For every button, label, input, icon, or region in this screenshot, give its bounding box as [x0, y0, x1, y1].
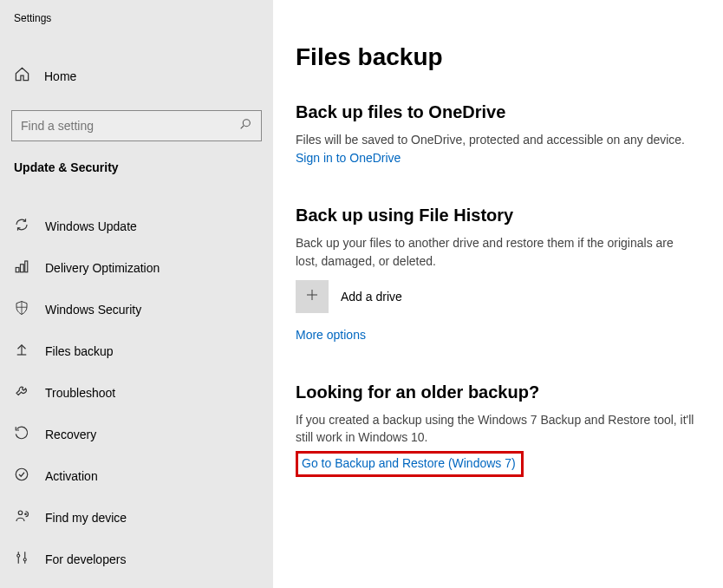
nav-troubleshoot[interactable]: Troubleshoot	[0, 372, 273, 414]
nav-item-label: Delivery Optimization	[45, 261, 160, 275]
home-icon	[14, 66, 30, 86]
page-title: Files backup	[296, 43, 695, 71]
main-content: Files backup Back up files to OneDrive F…	[273, 0, 723, 588]
svg-line-1	[241, 126, 244, 128]
home-label: Home	[44, 69, 76, 83]
add-drive-label: Add a drive	[341, 290, 402, 304]
nav-item-label: Windows Security	[45, 303, 141, 317]
section-title-file-history: Back up using File History	[296, 206, 695, 225]
section-older-backup: Looking for an older backup? If you crea…	[296, 382, 695, 478]
svg-rect-3	[21, 265, 24, 272]
nav-delivery-optimization[interactable]: Delivery Optimization	[0, 247, 273, 289]
section-title-onedrive: Back up files to OneDrive	[296, 102, 695, 122]
nav-item-label: Find my device	[45, 511, 127, 525]
nav-windows-insider[interactable]: Windows Insider Program	[0, 580, 273, 588]
backup-restore-win7-link[interactable]: Go to Backup and Restore (Windows 7)	[302, 456, 516, 470]
nav-item-label: Files backup	[45, 344, 114, 358]
svg-point-13	[23, 559, 26, 561]
svg-point-11	[17, 554, 20, 557]
home-button[interactable]: Home	[0, 56, 273, 96]
recovery-icon	[14, 425, 29, 444]
nav-item-label: Troubleshoot	[45, 386, 115, 400]
svg-rect-4	[25, 261, 28, 272]
add-drive-button[interactable]: Add a drive	[296, 280, 695, 313]
search-input[interactable]	[21, 119, 238, 133]
sidebar: Settings Home Update & Security Windows …	[0, 0, 273, 588]
category-title: Update & Security	[0, 160, 273, 174]
check-circle-icon	[14, 467, 29, 486]
nav-activation[interactable]: Activation	[0, 455, 273, 497]
more-options-link[interactable]: More options	[296, 328, 366, 342]
nav-recovery[interactable]: Recovery	[0, 414, 273, 455]
section-onedrive: Back up files to OneDrive Files will be …	[296, 102, 695, 166]
nav-item-label: Activation	[45, 469, 98, 483]
section-title-older-backup: Looking for an older backup?	[296, 382, 695, 402]
nav-windows-update[interactable]: Windows Update	[0, 206, 273, 247]
svg-point-7	[16, 468, 28, 480]
nav-find-my-device[interactable]: Find my device	[0, 497, 273, 539]
sign-in-onedrive-link[interactable]: Sign in to OneDrive	[296, 151, 401, 165]
svg-point-8	[18, 511, 23, 515]
plus-icon-box	[296, 280, 329, 313]
location-person-icon	[14, 508, 29, 527]
nav-windows-security[interactable]: Windows Security	[0, 289, 273, 330]
svg-point-0	[243, 120, 250, 127]
nav-item-label: Recovery	[45, 428, 96, 441]
nav-for-developers[interactable]: For developers	[0, 539, 273, 580]
svg-rect-2	[16, 268, 19, 272]
section-text-onedrive: Files will be saved to OneDrive, protect…	[296, 131, 695, 148]
refresh-icon	[14, 217, 29, 236]
nav-item-label: Windows Update	[45, 219, 137, 233]
section-text-older-backup: If you created a backup using the Window…	[296, 411, 695, 447]
sliders-icon	[14, 550, 29, 569]
nav-item-label: For developers	[45, 552, 126, 566]
nav-files-backup[interactable]: Files backup	[0, 330, 273, 372]
search-input-container[interactable]	[11, 110, 262, 141]
nav-list: Windows Update Delivery Optimization Win…	[0, 206, 273, 588]
wrench-icon	[14, 383, 29, 402]
optimization-icon	[14, 258, 29, 278]
upload-arrow-icon	[14, 342, 29, 361]
highlighted-link-box: Go to Backup and Restore (Windows 7)	[296, 451, 524, 477]
search-icon	[238, 117, 252, 134]
plus-icon	[304, 287, 320, 306]
app-title: Settings	[0, 7, 273, 29]
shield-icon	[14, 300, 29, 319]
section-text-file-history: Back up your files to another drive and …	[296, 234, 695, 270]
section-file-history: Back up using File History Back up your …	[296, 206, 695, 343]
svg-point-9	[25, 513, 27, 515]
